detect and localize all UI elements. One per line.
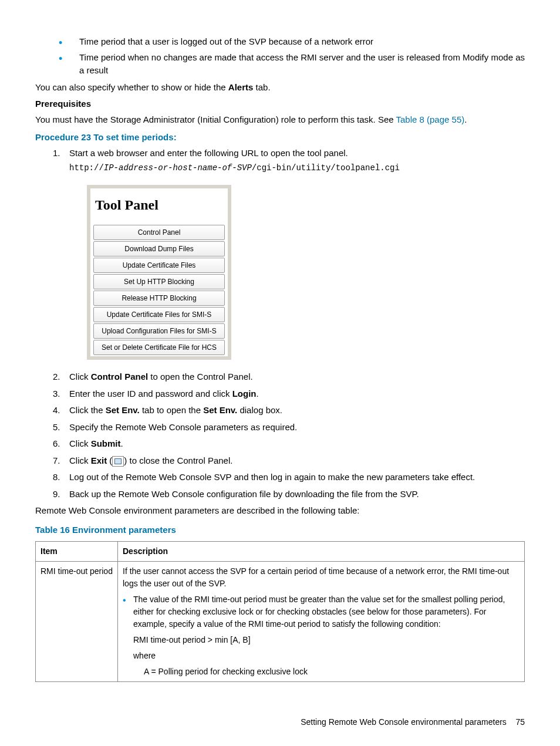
table-caption: Table 16 Environment parameters xyxy=(35,524,525,537)
text: Enter the user ID and password and click xyxy=(69,389,232,399)
intro-bullet-list: Time period that a user is logged out of… xyxy=(59,35,525,77)
text: tab. xyxy=(253,82,270,92)
tp-upload-config-smis-button[interactable]: Upload Configuration Files for SMI-S xyxy=(93,323,225,339)
step-6: Click Submit. xyxy=(53,437,525,451)
text: Click xyxy=(69,455,91,465)
text: ( xyxy=(107,455,112,465)
page-footer: Setting Remote Web Console environmental… xyxy=(35,716,525,728)
col-item-header: Item xyxy=(36,542,118,562)
text: dialog box. xyxy=(237,405,282,415)
text: to open the Control Panel. xyxy=(148,372,252,382)
cell-description: If the user cannot access the SVP for a … xyxy=(118,562,525,682)
tp-cert-hcs-button[interactable]: Set or Delete Certificate File for HCS xyxy=(93,340,225,355)
bullet-item: Time period that a user is logged out of… xyxy=(59,35,525,49)
url-variable: IP-address-or-host-name-of-SVP xyxy=(104,163,252,173)
prerequisites-text: You must have the Storage Administrator … xyxy=(35,113,525,127)
tp-download-dump-button[interactable]: Download Dump Files xyxy=(93,241,225,256)
text: Click the xyxy=(69,405,106,415)
intro-paragraph: You can also specify whether to show or … xyxy=(35,81,525,94)
step-7: Click Exit () to close the Control Panel… xyxy=(53,454,525,468)
url-part: http:// xyxy=(69,163,104,173)
text: You must have the Storage Administrator … xyxy=(35,114,396,124)
tool-panel-screenshot: Tool Panel Control Panel Download Dump F… xyxy=(87,185,525,360)
text: tab to open the xyxy=(140,405,203,415)
step-1: Start a web browser and enter the follow… xyxy=(53,147,525,360)
tool-panel-title: Tool Panel xyxy=(90,188,228,224)
table-8-link[interactable]: Table 8 (page 55) xyxy=(396,114,464,124)
text: Click xyxy=(69,438,91,448)
desc-bullet-list: The value of the RMI time-out period mus… xyxy=(123,593,519,630)
step-5: Specify the Remote Web Console parameter… xyxy=(53,421,525,434)
bullet-item: Time period when no changes are made tha… xyxy=(59,51,525,77)
desc-line: where xyxy=(133,650,519,662)
bold: Exit xyxy=(91,455,107,465)
table-row: RMI time-out period If the user cannot a… xyxy=(36,562,525,682)
col-description-header: Description xyxy=(118,542,525,562)
page-number: 75 xyxy=(515,717,525,727)
cell-item: RMI time-out period xyxy=(36,562,118,682)
procedure-heading: Procedure 23 To set time periods: xyxy=(35,131,525,144)
text: . xyxy=(464,114,467,124)
prerequisites-heading: Prerequisites xyxy=(35,97,525,111)
bold: Set Env. xyxy=(106,405,140,415)
footer-text: Setting Remote Web Console environmental… xyxy=(301,717,507,727)
environment-parameters-table: Item Description RMI time-out period If … xyxy=(35,541,525,682)
tp-control-panel-button[interactable]: Control Panel xyxy=(93,225,225,240)
desc-line: RMI time-out period > min [A, B] xyxy=(133,634,519,646)
tp-setup-http-button[interactable]: Set Up HTTP Blocking xyxy=(93,274,225,289)
step-9: Back up the Remote Web Console configura… xyxy=(53,488,525,501)
outro-paragraph: Remote Web Console environment parameter… xyxy=(35,504,525,518)
step-8: Log out of the Remote Web Console SVP an… xyxy=(53,471,525,484)
url-example: http://IP-address-or-host-name-of-SVP/cg… xyxy=(69,162,525,174)
url-part: /cgi-bin/utility/toolpanel.cgi xyxy=(252,163,400,173)
tp-update-cert-smis-button[interactable]: Update Certificate Files for SMI-S xyxy=(93,307,225,322)
bold: Set Env. xyxy=(203,405,237,415)
text: ) to close the Control Panel. xyxy=(124,455,232,465)
step-4: Click the Set Env. tab to open the Set E… xyxy=(53,404,525,417)
bold: Login xyxy=(232,389,257,399)
desc-paragraph: If the user cannot access the SVP for a … xyxy=(123,565,519,590)
tool-panel: Tool Panel Control Panel Download Dump F… xyxy=(87,185,231,360)
text: . xyxy=(121,438,123,448)
exit-icon xyxy=(112,456,124,467)
alerts-bold: Alerts xyxy=(228,82,254,92)
desc-line: A = Polling period for checking exclusiv… xyxy=(144,666,519,678)
text: . xyxy=(256,389,258,399)
bold: Control Panel xyxy=(91,372,149,382)
step-2: Click Control Panel to open the Control … xyxy=(53,370,525,384)
desc-bullet: The value of the RMI time-out period mus… xyxy=(123,593,519,630)
text: Click xyxy=(69,372,91,382)
bold: Submit xyxy=(91,438,121,448)
text: You can also specify whether to show or … xyxy=(35,82,228,92)
procedure-steps: Start a web browser and enter the follow… xyxy=(53,147,525,501)
tp-update-cert-button[interactable]: Update Certificate Files xyxy=(93,258,225,273)
step-text: Start a web browser and enter the follow… xyxy=(69,148,348,158)
tp-release-http-button[interactable]: Release HTTP Blocking xyxy=(93,291,225,306)
step-3: Enter the user ID and password and click… xyxy=(53,387,525,401)
